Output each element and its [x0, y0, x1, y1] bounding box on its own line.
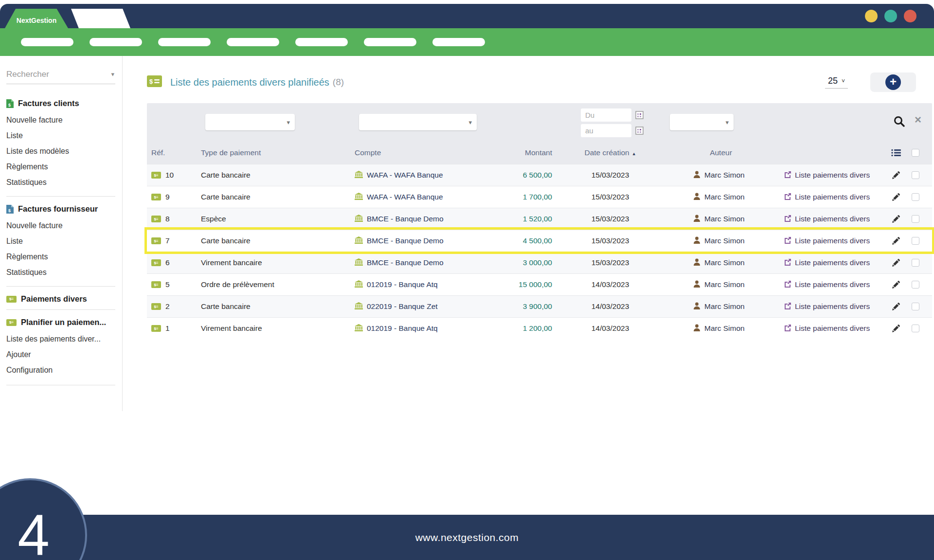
row-list-link[interactable]: Liste paiements divers [774, 258, 886, 268]
table-row: $≡ 9 Carte bancaire WAFA - WAFA Banque 1… [147, 186, 932, 208]
filter-date-from-input[interactable] [581, 108, 631, 122]
sidebar-item[interactable]: Liste [6, 128, 115, 144]
bank-icon [355, 324, 363, 333]
edit-pencil-icon[interactable] [886, 303, 906, 310]
filter-date-to-input[interactable] [581, 124, 631, 137]
sidebar-item[interactable]: Statistiques [6, 175, 115, 190]
row-checkbox[interactable] [912, 171, 919, 179]
sidebar-search[interactable]: ▾ [6, 70, 115, 84]
row-account-link[interactable]: 022019 - Banque Zet [355, 302, 501, 311]
window-dot-yellow[interactable] [865, 10, 878, 22]
row-checkbox[interactable] [912, 215, 919, 223]
row-account-link[interactable]: 012019 - Banque Atq [355, 280, 501, 289]
edit-pencil-icon[interactable] [886, 171, 906, 179]
row-date: 15/03/2023 [553, 215, 667, 223]
row-list-link[interactable]: Liste paiements divers [774, 171, 886, 180]
table-row: $≡ 8 Espèce BMCE - Banque Demo 1 520,00 … [147, 208, 932, 230]
brand-tab[interactable]: NextGestion [5, 9, 68, 28]
sidebar-section-heading[interactable]: $ Factures fournisseur [6, 204, 115, 214]
svg-text:$: $ [8, 102, 11, 107]
row-list-link[interactable]: Liste paiements divers [774, 302, 886, 311]
window-dot-teal[interactable] [884, 10, 897, 22]
row-list-link[interactable]: Liste paiements divers [774, 215, 886, 224]
list-view-icon[interactable] [886, 149, 906, 157]
row-checkbox[interactable] [912, 303, 919, 310]
sidebar-item[interactable]: Statistiques [6, 265, 115, 280]
row-date: 14/03/2023 [553, 302, 667, 311]
row-account-link[interactable]: BMCE - Banque Demo [355, 215, 501, 224]
row-checkbox[interactable] [912, 325, 919, 332]
sidebar-section-title: Paiements divers [21, 294, 87, 304]
filter-type-select[interactable]: ▾ [205, 114, 295, 130]
row-checkbox[interactable] [912, 237, 919, 245]
payment-icon: $≡ [151, 303, 161, 310]
nav-pill[interactable] [158, 38, 211, 46]
nav-pill[interactable] [21, 38, 73, 46]
sidebar-item[interactable]: Règlements [6, 249, 115, 265]
add-payment-button[interactable]: + [870, 72, 916, 92]
select-all-checkbox[interactable] [912, 149, 919, 157]
row-author: Marc Simon [704, 302, 745, 311]
row-checkbox[interactable] [912, 193, 919, 201]
row-list-link[interactable]: Liste paiements divers [774, 280, 886, 289]
sidebar-item[interactable]: Règlements [6, 159, 115, 175]
nav-pill[interactable] [227, 38, 279, 46]
row-checkbox[interactable] [912, 259, 919, 267]
chevron-down-icon[interactable]: ▾ [111, 71, 114, 78]
edit-pencil-icon[interactable] [886, 259, 906, 267]
column-header-amount[interactable]: Montant [501, 148, 553, 157]
calendar-icon[interactable] [635, 126, 644, 137]
nav-pill[interactable] [432, 38, 485, 46]
bank-icon [355, 171, 363, 180]
sidebar-section-heading[interactable]: $≡ Planifier un paiemen... [6, 318, 115, 327]
edit-pencil-icon[interactable] [886, 215, 906, 223]
nav-pill[interactable] [90, 38, 142, 46]
row-account-link[interactable]: WAFA - WAFA Banque [355, 193, 501, 202]
sidebar-section: $ Factures fournisseur Nouvelle factureL… [6, 196, 115, 280]
sidebar-item[interactable]: Nouvelle facture [6, 218, 115, 234]
window-tab[interactable] [71, 9, 130, 28]
row-account-link[interactable]: WAFA - WAFA Banque [355, 171, 501, 180]
column-header-type[interactable]: Type de paiement [201, 148, 355, 157]
row-list-link[interactable]: Liste paiements divers [774, 236, 886, 246]
sidebar-item[interactable]: Liste des paiements diver... [6, 331, 115, 347]
row-checkbox[interactable] [912, 281, 919, 289]
sidebar-section-heading[interactable]: $≡ Paiements divers [6, 294, 115, 304]
sidebar-item[interactable]: Configuration [6, 362, 115, 378]
column-header-author[interactable]: Auteur [667, 148, 774, 157]
calendar-icon[interactable] [635, 111, 644, 121]
filter-author-select[interactable]: ▾ [670, 114, 734, 130]
edit-pencil-icon[interactable] [886, 193, 906, 201]
payment-icon: $≡ [151, 237, 161, 244]
close-icon[interactable]: × [915, 113, 921, 126]
row-list-link[interactable]: Liste paiements divers [774, 193, 886, 202]
nav-pill[interactable] [295, 38, 348, 46]
search-input[interactable] [6, 70, 104, 79]
user-icon [693, 324, 700, 333]
sidebar-section-heading[interactable]: $ Factures clients [6, 99, 115, 108]
filter-account-select[interactable]: ▾ [359, 114, 477, 130]
row-amount: 6 500,00 [501, 171, 553, 180]
column-header-account[interactable]: Compte [355, 148, 501, 157]
row-author: Marc Simon [704, 280, 745, 289]
edit-pencil-icon[interactable] [886, 237, 906, 245]
sidebar-item[interactable]: Nouvelle facture [6, 112, 115, 128]
page-size-select[interactable]: 25 ˅ [825, 76, 848, 89]
sidebar-item[interactable]: Ajouter [6, 347, 115, 362]
column-header-date[interactable]: Date création▲ [553, 148, 667, 157]
sidebar-divider [6, 385, 115, 385]
row-list-link[interactable]: Liste paiements divers [774, 324, 886, 333]
row-payment-type: Virement bancaire [201, 258, 355, 267]
edit-pencil-icon[interactable] [886, 281, 906, 289]
row-account-link[interactable]: BMCE - Banque Demo [355, 258, 501, 268]
edit-pencil-icon[interactable] [886, 325, 906, 332]
sidebar-item[interactable]: Liste des modèles [6, 144, 115, 159]
bank-icon [355, 280, 363, 289]
nav-pill[interactable] [364, 38, 416, 46]
row-account-link[interactable]: 012019 - Banque Atq [355, 324, 501, 333]
search-icon[interactable] [893, 115, 905, 129]
sidebar-item[interactable]: Liste [6, 234, 115, 249]
column-header-ref[interactable]: Réf. [147, 148, 201, 157]
window-dot-red[interactable] [904, 10, 916, 22]
row-account-link[interactable]: BMCE - Banque Demo [355, 236, 501, 246]
